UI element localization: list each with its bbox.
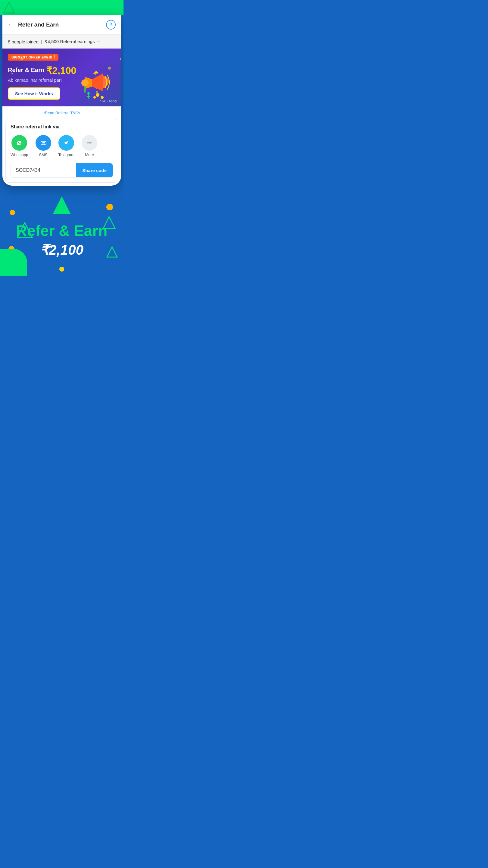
svg-point-9 [96,93,99,97]
see-how-it-works-button[interactable]: See How it Works [8,87,60,100]
promo-amount: ₹2,100 [46,65,76,76]
more-label: More [85,153,94,157]
promo-illustration [79,65,116,102]
svg-point-6 [87,92,90,95]
svg-point-16 [41,142,43,144]
whatsapp-icon-circle [11,135,27,151]
whatsapp-icon [15,138,24,147]
svg-rect-5 [84,87,86,93]
svg-point-11 [93,96,96,98]
read-tc-section: *Read Referral T&Cs [2,106,121,119]
svg-point-10 [101,96,104,99]
people-joined-stat: 8 people joined [8,39,38,44]
share-icons-row: Whatsapp SMS [10,135,113,157]
help-button[interactable]: ? [106,20,116,30]
back-button[interactable]: ← [8,21,14,29]
phone-frame: ← Refer and Earn ? 8 people joined | ₹4,… [2,15,121,186]
page-title: Refer and Earn [18,22,59,28]
tc-apply-text: *T&C Apply [100,99,117,103]
promo-dot-5 [120,58,121,60]
svg-marker-0 [4,2,14,13]
promo-banner: BIGGEST OFFER EVER!!! Refer & Earn ₹2,10… [2,49,121,106]
top-green-bar [0,0,124,15]
whatsapp-share-item[interactable]: Whatsapp [10,135,28,157]
share-section: Share referral link via Whatsapp [5,119,118,183]
outer-container: ← Refer and Earn ? 8 people joined | ₹4,… [0,0,124,291]
svg-point-22 [90,142,92,144]
svg-marker-26 [107,247,117,257]
telegram-icon [62,138,70,147]
referral-earnings-stat[interactable]: ₹4,500 Referral earnings → [44,39,101,44]
promo-sub-text: Ab kamao, har referral par! [8,78,76,83]
bottom-decorations: Refer & Earn ₹2,100 [0,186,124,276]
telegram-share-item[interactable]: Telegram [59,135,74,157]
more-share-item[interactable]: More [82,135,97,157]
whatsapp-label: Whatsapp [10,153,28,157]
referral-code-text: SOCD7434 [11,163,76,177]
svg-point-21 [89,142,90,144]
bottom-refer-earn-text: Refer & Earn [6,223,118,239]
more-icon-circle [82,135,97,151]
promo-dot-6 [54,55,55,56]
telegram-label: Telegram [59,153,74,157]
referral-code-row: SOCD7434 Share code [10,163,113,178]
telegram-icon-circle [59,135,74,151]
bottom-gold-circle [59,267,64,272]
read-referral-tc-link[interactable]: *Read Referral T&Cs [43,111,80,115]
promo-main-text: Refer & Earn [8,67,44,73]
sms-label: SMS [39,153,47,157]
svg-point-17 [43,142,44,144]
promo-dot-1 [21,58,23,60]
sms-icon-circle [36,135,51,151]
svg-marker-3 [92,73,103,91]
biggest-offer-badge: BIGGEST OFFER EVER!!! [8,54,59,61]
sms-icon [39,138,47,147]
stats-bar: 8 people joined | ₹4,500 Referral earnin… [2,35,121,49]
promo-dot-2 [11,73,13,74]
bottom-outer-section: Refer & Earn ₹2,100 [0,186,124,291]
sms-share-item[interactable]: SMS [36,135,51,157]
bottom-right-triangle-icon [106,246,118,258]
nav-bar: ← Refer and Earn ? [2,15,121,35]
svg-point-18 [44,142,45,144]
megaphone-icon [79,65,116,101]
share-code-button[interactable]: Share code [76,163,113,177]
green-bottom-corner [0,249,27,276]
svg-point-20 [87,142,89,144]
share-section-title: Share referral link via [10,124,113,130]
top-left-triangle-icon [3,1,15,13]
more-icon [85,138,94,147]
svg-point-4 [82,79,89,87]
